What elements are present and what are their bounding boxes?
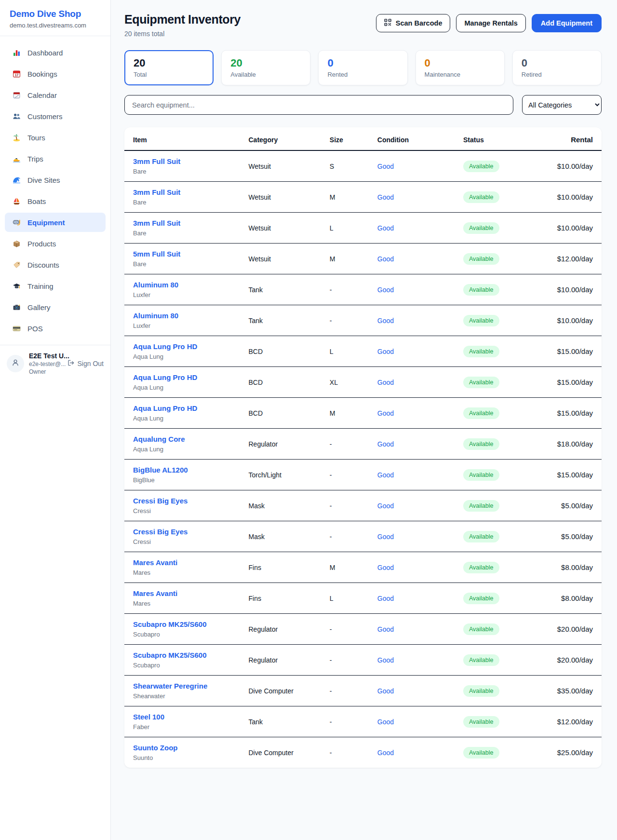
item-condition-link[interactable]: Good — [377, 317, 394, 325]
sidebar-item-dashboard[interactable]: Dashboard — [5, 43, 106, 62]
item-size: - — [325, 274, 373, 305]
table-row: Aluminum 80LuxferTank-GoodAvailable$10.0… — [124, 305, 602, 336]
item-rental: $35.00/day — [549, 676, 602, 706]
category-select[interactable]: All Categories — [522, 95, 602, 115]
sidebar-item-customers[interactable]: Customers — [5, 107, 106, 126]
item-name-link[interactable]: Aqua Lung Pro HD — [133, 373, 197, 381]
item-name-link[interactable]: Aqua Lung Pro HD — [133, 342, 197, 351]
item-name-link[interactable]: Aluminum 80 — [133, 281, 178, 289]
item-size: L — [325, 583, 373, 614]
item-condition-link[interactable]: Good — [377, 687, 394, 695]
item-name-link[interactable]: 3mm Full Suit — [133, 219, 180, 227]
dive-mask-icon — [12, 218, 21, 227]
item-condition-link[interactable]: Good — [377, 564, 394, 571]
item-brand: Bare — [133, 199, 239, 206]
item-name-link[interactable]: 5mm Full Suit — [133, 250, 180, 258]
stat-card-retired[interactable]: 0Retired — [512, 50, 602, 85]
sidebar-item-equipment[interactable]: Equipment — [5, 213, 106, 232]
item-name-link[interactable]: Aqualung Core — [133, 435, 185, 443]
item-name-link[interactable]: Aluminum 80 — [133, 312, 178, 320]
item-condition-link[interactable]: Good — [377, 348, 394, 355]
filter-row: All Categories — [124, 95, 602, 115]
item-condition-link[interactable]: Good — [377, 193, 394, 201]
stat-card-rented[interactable]: 0Rented — [318, 50, 407, 85]
status-badge: Available — [463, 407, 499, 419]
item-condition-link[interactable]: Good — [377, 163, 394, 170]
item-condition-link[interactable]: Good — [377, 718, 394, 726]
item-size: M — [325, 182, 373, 213]
user-panel: E2E Test U... e2e-tester@... Owner Sign … — [0, 345, 110, 383]
item-condition-link[interactable]: Good — [377, 502, 394, 510]
item-category: BCD — [244, 367, 325, 398]
sidebar-item-pos[interactable]: POS — [5, 319, 106, 338]
item-condition-link[interactable]: Good — [377, 440, 394, 448]
item-name-link[interactable]: Suunto Zoop — [133, 744, 177, 752]
scan-barcode-button[interactable]: Scan Barcode — [376, 14, 451, 32]
item-name-link[interactable]: Steel 100 — [133, 713, 164, 721]
speedboat-icon — [12, 155, 21, 163]
status-badge: Available — [463, 377, 499, 388]
item-size: - — [325, 305, 373, 336]
item-name-link[interactable]: Scubapro MK25/S600 — [133, 620, 207, 628]
item-name-link[interactable]: Aqua Lung Pro HD — [133, 404, 197, 412]
item-brand: Scubapro — [133, 631, 239, 638]
item-name-link[interactable]: Scubapro MK25/S600 — [133, 651, 207, 659]
stat-label: Available — [230, 71, 301, 78]
item-rental: $15.00/day — [549, 460, 602, 490]
item-condition-link[interactable]: Good — [377, 625, 394, 633]
item-name-link[interactable]: 3mm Full Suit — [133, 188, 180, 196]
sidebar-item-products[interactable]: Products — [5, 234, 106, 253]
item-category: Dive Computer — [244, 676, 325, 706]
table-row: Steel 100FaberTank-GoodAvailable$12.00/d… — [124, 706, 602, 737]
sidebar-item-tours[interactable]: Tours — [5, 128, 106, 147]
item-name-link[interactable]: Cressi Big Eyes — [133, 528, 188, 536]
sidebar-item-trips[interactable]: Trips — [5, 149, 106, 168]
sidebar-item-discounts[interactable]: Discounts — [5, 255, 106, 274]
status-badge: Available — [463, 222, 499, 234]
item-name-link[interactable]: Mares Avanti — [133, 589, 177, 597]
table-row: Aluminum 80LuxferTank-GoodAvailable$10.0… — [124, 274, 602, 305]
item-name-link[interactable]: Shearwater Peregrine — [133, 682, 207, 690]
item-condition-link[interactable]: Good — [377, 533, 394, 541]
item-condition-link[interactable]: Good — [377, 286, 394, 294]
status-badge: Available — [463, 469, 499, 481]
item-condition-link[interactable]: Good — [377, 749, 394, 757]
sidebar-item-label: Bookings — [27, 70, 57, 78]
item-name-link[interactable]: Mares Avanti — [133, 558, 177, 567]
item-name-link[interactable]: Cressi Big Eyes — [133, 497, 188, 505]
search-input[interactable] — [124, 95, 513, 115]
sidebar-item-dive-sites[interactable]: Dive Sites — [5, 170, 106, 190]
item-condition-link[interactable]: Good — [377, 656, 394, 664]
add-equipment-button[interactable]: Add Equipment — [532, 14, 602, 32]
table-row: 5mm Full SuitBareWetsuitMGoodAvailable$1… — [124, 244, 602, 274]
stat-card-maintenance[interactable]: 0Maintenance — [416, 50, 505, 85]
item-name-link[interactable]: 3mm Full Suit — [133, 157, 180, 165]
brand-title[interactable]: Demo Dive Shop — [10, 9, 101, 19]
item-condition-link[interactable]: Good — [377, 409, 394, 417]
item-category: Tank — [244, 706, 325, 737]
status-badge: Available — [463, 747, 499, 759]
stat-value: 20 — [230, 57, 301, 69]
item-condition-link[interactable]: Good — [377, 471, 394, 479]
table-row: 3mm Full SuitBareWetsuitLGoodAvailable$1… — [124, 213, 602, 244]
sidebar-item-bookings[interactable]: 17Bookings — [5, 64, 106, 83]
sidebar-item-calendar[interactable]: Calendar — [5, 85, 106, 105]
stat-card-total[interactable]: 20Total — [124, 50, 214, 85]
sidebar-item-boats[interactable]: Boats — [5, 191, 106, 211]
sign-out-button[interactable]: Sign Out — [67, 359, 104, 368]
equipment-table: ItemCategorySizeConditionStatusRental 3m… — [124, 127, 602, 768]
item-condition-link[interactable]: Good — [377, 379, 394, 386]
stat-card-available[interactable]: 20Available — [221, 50, 310, 85]
item-condition-link[interactable]: Good — [377, 224, 394, 232]
item-condition-link[interactable]: Good — [377, 255, 394, 263]
item-category: Tank — [244, 274, 325, 305]
sidebar-item-training[interactable]: Training — [5, 276, 106, 296]
manage-rentals-button[interactable]: Manage Rentals — [456, 14, 525, 32]
item-condition-link[interactable]: Good — [377, 595, 394, 602]
item-rental: $12.00/day — [549, 706, 602, 737]
sidebar-item-gallery[interactable]: Gallery — [5, 298, 106, 317]
item-rental: $20.00/day — [549, 614, 602, 645]
price-tag-icon — [12, 261, 21, 269]
item-name-link[interactable]: BigBlue AL1200 — [133, 466, 188, 474]
credit-card-icon — [12, 325, 21, 333]
